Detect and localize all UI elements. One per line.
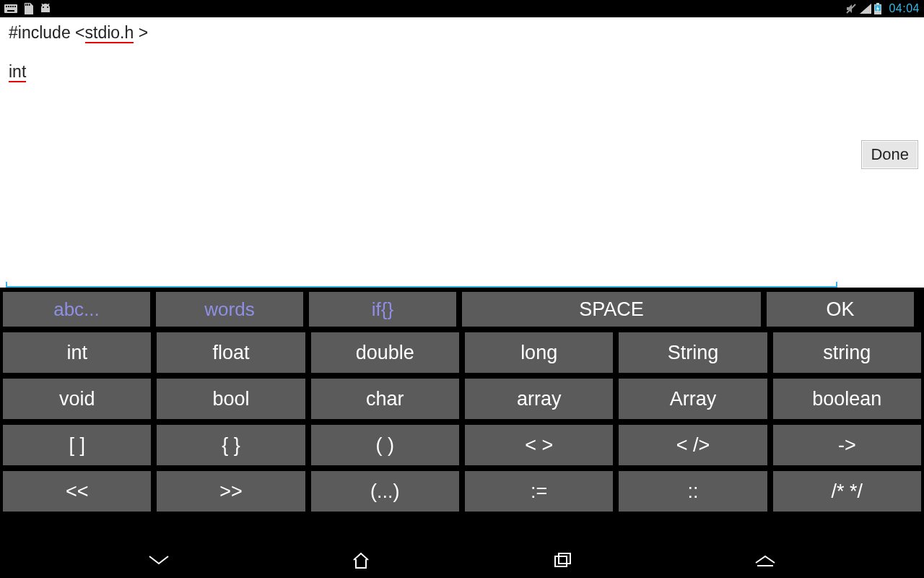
spellcheck-underline: int (9, 62, 26, 82)
key-closetag[interactable]: < /> (619, 425, 767, 465)
nav-recent-icon[interactable] (520, 546, 606, 575)
nav-home-icon[interactable] (318, 546, 404, 575)
battery-charging-icon (874, 3, 881, 14)
svg-rect-15 (876, 3, 879, 4)
editor-content[interactable]: #include <stdio.h > int (0, 17, 924, 288)
svg-rect-4 (12, 6, 14, 7)
android-icon (39, 4, 52, 14)
nav-back-icon[interactable] (116, 546, 202, 575)
key-comment[interactable]: /* */ (773, 471, 921, 512)
code-text: > (134, 23, 148, 42)
svg-rect-2 (8, 6, 9, 7)
keyboard-icon (4, 4, 17, 13)
key-group[interactable]: (...) (311, 471, 459, 512)
code-editor[interactable]: #include <stdio.h > int Done (0, 17, 924, 288)
key-array-cap[interactable]: Array (619, 379, 767, 419)
key-void[interactable]: void (3, 379, 151, 419)
done-button[interactable]: Done (861, 140, 918, 169)
key-abc[interactable]: abc... (3, 292, 150, 327)
key-string-cap[interactable]: String (619, 332, 767, 373)
mute-icon (845, 3, 857, 14)
key-char[interactable]: char (311, 379, 459, 419)
svg-point-10 (43, 7, 44, 8)
key-int[interactable]: int (3, 332, 151, 373)
key-assign[interactable]: := (465, 471, 613, 512)
svg-rect-1 (6, 6, 7, 7)
spellcheck-underline: stdio.h (85, 23, 134, 43)
nav-menu-icon[interactable] (722, 546, 808, 575)
key-boolean[interactable]: boolean (773, 379, 921, 419)
key-shr[interactable]: >> (157, 471, 305, 512)
key-brackets[interactable]: [ ] (3, 425, 151, 465)
key-long[interactable]: long (465, 332, 613, 373)
key-if[interactable]: if{} (309, 292, 456, 327)
navigation-bar (0, 543, 924, 578)
key-ok[interactable]: OK (767, 292, 914, 327)
svg-point-11 (47, 7, 48, 8)
key-braces[interactable]: { } (157, 425, 305, 465)
clock: 04:04 (889, 2, 920, 15)
key-words[interactable]: words (156, 292, 303, 327)
key-space[interactable]: SPACE (462, 292, 761, 327)
svg-rect-19 (559, 553, 570, 564)
key-angle[interactable]: < > (465, 425, 613, 465)
key-string[interactable]: string (773, 332, 921, 373)
key-arrow[interactable]: -> (773, 425, 921, 465)
svg-rect-18 (555, 556, 567, 566)
signal-icon (860, 4, 871, 14)
key-shl[interactable]: << (3, 471, 151, 512)
svg-rect-9 (29, 4, 30, 6)
custom-keyboard: abc... words if{} SPACE OK int float dou… (0, 288, 924, 543)
key-parens[interactable]: ( ) (311, 425, 459, 465)
key-bool[interactable]: bool (157, 379, 305, 419)
status-bar: 04:04 (0, 0, 924, 17)
svg-rect-0 (4, 4, 17, 13)
key-float[interactable]: float (157, 332, 305, 373)
key-scope[interactable]: :: (619, 471, 767, 512)
svg-rect-6 (7, 10, 14, 12)
key-array[interactable]: array (465, 379, 613, 419)
code-text: #include < (9, 23, 85, 42)
sdcard-icon (23, 3, 33, 14)
svg-rect-8 (27, 4, 29, 6)
svg-rect-7 (25, 4, 27, 6)
svg-rect-5 (14, 6, 16, 7)
key-double[interactable]: double (311, 332, 459, 373)
svg-rect-3 (10, 6, 12, 7)
text-field-underline (6, 286, 837, 288)
